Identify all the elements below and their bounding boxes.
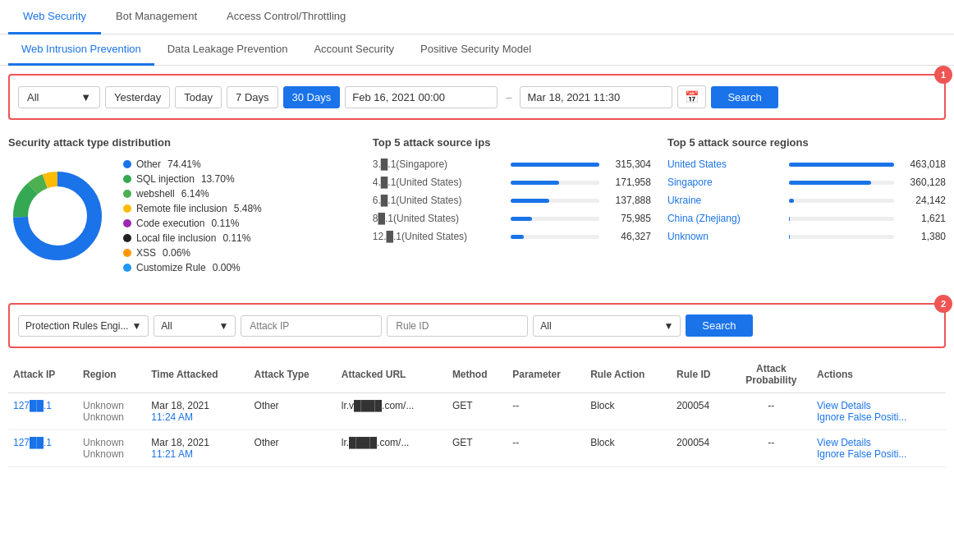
cell-rule-action-1: Block <box>585 393 672 430</box>
region-bar-wrap-1 <box>789 163 894 167</box>
legend-pct-webshell: 6.14% <box>181 188 209 200</box>
7days-btn[interactable]: 7 Days <box>227 86 277 108</box>
tab-web-security[interactable]: Web Security <box>8 0 101 34</box>
calendar-btn[interactable]: 📅 <box>677 85 706 108</box>
table-body: 127██.1 Unknown Unknown Mar 18, 2021 11:… <box>8 393 946 467</box>
col-attack-ip: Attack IP <box>8 356 78 393</box>
region-bar-3 <box>789 199 794 203</box>
ip-bar-1 <box>511 163 599 167</box>
region-item-1: United States 463,018 <box>667 158 946 170</box>
legend-label-lfi: Local file inclusion <box>136 232 216 244</box>
col-actions: Actions <box>812 356 946 393</box>
tab-web-intrusion[interactable]: Web Intrusion Prevention <box>8 34 154 66</box>
protection-rules-dropdown[interactable]: Protection Rules Engi... ▼ <box>18 315 149 337</box>
filter-bar-1-badge: 1 <box>934 66 952 84</box>
ip-bar-4 <box>511 217 532 221</box>
cell-attack-ip-1[interactable]: 127██.1 <box>8 393 78 430</box>
top-regions-title: Top 5 attack source regions <box>667 136 946 149</box>
col-time-attacked: Time Attacked <box>146 356 249 393</box>
legend-pct-sql: 13.70% <box>201 173 235 185</box>
legend-pct-other: 74.41% <box>167 158 201 170</box>
tab-account-security[interactable]: Account Security <box>300 34 407 66</box>
view-details-link-2[interactable]: View Details <box>817 437 941 448</box>
all-select[interactable]: All ▼ <box>18 86 100 108</box>
cell-url-1: lr.v████.com/... <box>337 393 447 430</box>
rule-id-input[interactable] <box>387 315 528 337</box>
legend-label-code-exec: Code execution <box>136 218 204 229</box>
legend-label-custom: Customize Rule <box>136 262 206 273</box>
cell-rule-id-1: 200054 <box>672 393 731 430</box>
col-rule-id: Rule ID <box>672 356 731 393</box>
ip-list: 3.█.1(Singapore) 315,304 4.█.1(United St… <box>373 158 651 242</box>
legend: Other 74.41% SQL injection 13.70% webshe… <box>123 158 262 273</box>
legend-item-rfi: Remote file inclusion 5.48% <box>123 203 262 214</box>
cell-attack-ip-2[interactable]: 127██.1 <box>8 430 78 467</box>
region-count-5: 1,380 <box>901 231 946 242</box>
legend-item-code-exec: Code execution 0.11% <box>123 218 262 229</box>
cell-actions-1: View Details Ignore False Positi... <box>812 393 946 430</box>
filter-bar-2-badge: 2 <box>934 295 952 313</box>
ip-item-5: 12.█.1(United States) 46,327 <box>373 231 651 242</box>
cell-attack-type-2: Other <box>250 430 337 467</box>
legend-item-xss: XSS 0.06% <box>123 247 262 259</box>
cell-attack-type-1: Other <box>250 393 337 430</box>
region-link-5[interactable]: Unknown <box>667 231 782 242</box>
ip-count-1: 315,304 <box>606 158 651 170</box>
today-btn[interactable]: Today <box>175 86 222 108</box>
table-row: 127██.1 Unknown Unknown Mar 18, 2021 11:… <box>8 430 946 467</box>
legend-pct-custom: 0.00% <box>213 262 241 273</box>
legend-label-other: Other <box>136 158 161 170</box>
top-nav: Web Security Bot Management Access Contr… <box>0 0 954 34</box>
region-link-1[interactable]: United States <box>667 158 782 170</box>
region-bar-1 <box>789 163 894 167</box>
legend-dot-sql <box>123 175 131 183</box>
region-bar-4 <box>789 217 790 221</box>
view-details-link-1[interactable]: View Details <box>817 400 941 411</box>
legend-pct-xss: 0.06% <box>163 247 190 259</box>
ignore-false-positive-link-2[interactable]: Ignore False Positi... <box>817 448 941 460</box>
ip-label-3: 6.█.1(United States) <box>373 195 504 206</box>
tab-data-leakage[interactable]: Data Leakage Prevention <box>154 34 301 66</box>
region-count-1: 463,018 <box>901 158 946 170</box>
ip-item-3: 6.█.1(United States) 137,888 <box>373 195 651 206</box>
ip-count-3: 137,888 <box>606 195 651 206</box>
region-link-3[interactable]: Ukraine <box>667 195 782 206</box>
legend-dot-lfi <box>123 234 131 242</box>
cell-rule-action-2: Block <box>585 430 672 467</box>
region-link-4[interactable]: China (Zhejiang) <box>667 213 782 224</box>
ignore-false-positive-link-1[interactable]: Ignore False Positi... <box>817 411 941 423</box>
region-item-2: Singapore 360,128 <box>667 177 946 188</box>
sub-nav: Web Intrusion Prevention Data Leakage Pr… <box>0 34 954 66</box>
col-attack-type: Attack Type <box>250 356 337 393</box>
cell-region-1: Unknown Unknown <box>78 393 146 430</box>
protection-rules-label: Protection Rules Engi... <box>25 320 128 332</box>
all-dropdown-1[interactable]: All ▼ <box>154 315 236 337</box>
tab-bot-management[interactable]: Bot Management <box>101 0 212 34</box>
chevron-down-icon: ▼ <box>131 320 141 332</box>
yesterday-btn[interactable]: Yesterday <box>105 86 170 108</box>
all-select-label: All <box>27 91 39 103</box>
tab-positive-security[interactable]: Positive Security Model <box>407 34 544 66</box>
all-dropdown-2[interactable]: All ▼ <box>533 315 681 337</box>
region-link-2[interactable]: Singapore <box>667 177 782 188</box>
search-btn-2[interactable]: Search <box>686 314 752 337</box>
chevron-down-icon-3: ▼ <box>663 320 673 332</box>
ip-bar-wrap-5 <box>511 235 599 239</box>
region-list: United States 463,018 Singapore 360,128 … <box>667 158 946 242</box>
ip-label-1: 3.█.1(Singapore) <box>373 158 504 170</box>
30days-btn[interactable]: 30 Days <box>283 86 341 108</box>
search-btn-1[interactable]: Search <box>711 86 777 108</box>
ip-count-5: 46,327 <box>606 231 651 242</box>
attack-ip-input[interactable] <box>241 315 382 337</box>
donut-section: Other 74.41% SQL injection 13.70% webshe… <box>8 158 356 273</box>
col-rule-action: Rule Action <box>585 356 672 393</box>
all-label-1: All <box>161 320 172 332</box>
cell-region-2: Unknown Unknown <box>78 430 146 467</box>
table-row: 127██.1 Unknown Unknown Mar 18, 2021 11:… <box>8 393 946 430</box>
date-to-input[interactable] <box>520 86 672 108</box>
chevron-down-icon-2: ▼ <box>218 320 228 332</box>
date-from-input[interactable] <box>345 86 498 108</box>
tab-access-control[interactable]: Access Control/Throttling <box>212 0 360 34</box>
ip-bar-2 <box>511 181 559 185</box>
region-bar-wrap-5 <box>789 235 894 239</box>
